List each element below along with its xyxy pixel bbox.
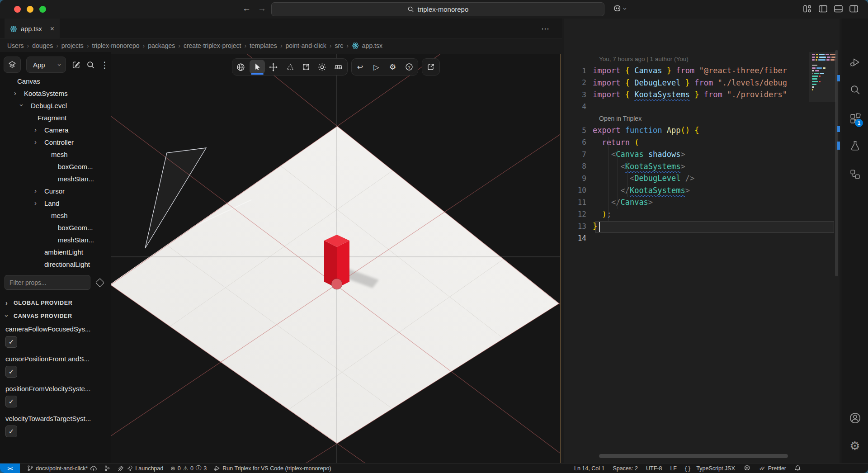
git-branch-item[interactable]: docs/point-and-click* [27, 464, 97, 473]
code-line-13[interactable]: 13} [564, 220, 809, 232]
code-line-9[interactable]: 9 <DebugLevel /> [564, 172, 809, 184]
toggle-secondary-sidebar-icon[interactable] [849, 5, 858, 13]
minimize-window-button[interactable] [27, 6, 33, 13]
launchpad-item[interactable]: Launchpad [118, 464, 163, 473]
prop-checkbox[interactable]: ✓ [5, 336, 17, 348]
breadcrumb-item[interactable]: triplex-monorepo [92, 42, 140, 49]
tree-item-directionallight[interactable]: directionalLight [0, 258, 111, 270]
translate-handle[interactable] [331, 279, 342, 289]
chevron-down-icon[interactable]: › [18, 104, 26, 106]
search-view-button[interactable] [841, 79, 868, 100]
chevron-right-icon[interactable]: › [14, 89, 16, 97]
tree-item-cursor[interactable]: ›Cursor [0, 185, 111, 197]
component-select[interactable]: App › [26, 57, 66, 73]
line-col-indicator[interactable]: Ln 14, Col 1 [574, 464, 604, 473]
breadcrumb-item[interactable]: Users [7, 42, 24, 49]
history-forward-button[interactable]: → [258, 4, 266, 14]
tree-item-meshstan[interactable]: meshStan... [0, 173, 111, 185]
editor-scrollbar[interactable] [835, 50, 838, 276]
chevron-right-icon[interactable]: › [34, 126, 37, 133]
scene-more-actions-icon[interactable]: ⋮ [100, 60, 109, 70]
help-button[interactable]: ? [401, 60, 417, 74]
formatter-status[interactable]: ✓✓Prettier [759, 464, 786, 473]
code-line-7[interactable]: 7 <Canvas shadows> [564, 148, 809, 161]
search-scene-icon[interactable] [86, 61, 95, 69]
filter-props-input[interactable] [5, 275, 90, 290]
breadcrumb-item[interactable]: projects [61, 42, 84, 49]
open-external-button[interactable] [423, 60, 439, 74]
code-line-12[interactable]: 12 ); [564, 208, 809, 221]
run-task-item[interactable]: Run Triplex for VS Code (triplex-monorep… [214, 464, 331, 473]
chevron-right-icon[interactable]: › [34, 138, 37, 146]
selected-object-red-box[interactable] [324, 235, 349, 289]
codelens-open-in-triplex[interactable]: Open in Triplex [564, 113, 809, 124]
remote-indicator[interactable]: >< [0, 464, 20, 473]
tree-item-kootasystems[interactable]: ›KootaSystems [0, 87, 111, 99]
run-and-debug-button[interactable] [841, 52, 868, 73]
code-line-2[interactable]: 2import { DebugLevel } from "./levels/de… [564, 77, 809, 89]
tree-item-ambientlight[interactable]: ambientLight [0, 246, 111, 258]
translate-tool-button[interactable] [266, 60, 281, 74]
git-graph-item[interactable] [104, 464, 110, 473]
tab-app-tsx-triplex[interactable]: app.tsx × [5, 19, 60, 39]
prop-checkbox[interactable]: ✓ [5, 426, 17, 437]
tree-item-fragment[interactable]: Fragment [0, 112, 111, 124]
customize-layout-icon[interactable] [803, 5, 812, 13]
encoding-indicator[interactable]: UTF-8 [646, 464, 662, 473]
edit-component-icon[interactable] [71, 60, 81, 70]
tree-item-debuglevel[interactable]: ›DebugLevel [0, 99, 111, 112]
toggle-panel-icon[interactable] [834, 5, 843, 13]
breadcrumb-item[interactable]: packages [148, 42, 175, 49]
code-line-8[interactable]: 8 <KootaSystems> [564, 161, 809, 173]
transform-tool-button[interactable] [298, 60, 314, 74]
indentation-indicator[interactable]: Spaces: 2 [613, 464, 638, 473]
close-window-button[interactable] [14, 6, 21, 13]
breadcrumb-item[interactable]: src [335, 42, 343, 49]
code-area[interactable]: You, 7 hours ago | 1 author (You)1import… [564, 53, 809, 451]
section-header-global-provider[interactable]: ›GLOBAL PROVIDER [0, 296, 111, 309]
code-line-1[interactable]: 1import { Canvas } from "@react-three/fi… [564, 65, 809, 77]
eol-indicator[interactable]: LF [670, 464, 677, 473]
breadcrumb-item[interactable]: douges [32, 42, 53, 49]
3d-viewport[interactable]: ↩ ▷ ⚙ ? [111, 54, 561, 464]
minimap[interactable] [809, 52, 836, 107]
copilot-status[interactable] [743, 464, 751, 473]
chevron-right-icon[interactable]: › [34, 187, 37, 194]
horizontal-scrollbar[interactable] [599, 454, 788, 458]
section-header-canvas-provider[interactable]: ›CANVAS PROVIDER [0, 309, 111, 322]
tree-item-controller[interactable]: ›Controller [0, 136, 111, 148]
remote-explorer-button[interactable] [841, 163, 868, 184]
undo-button[interactable]: ↩ [353, 60, 368, 74]
tree-item-mesh[interactable]: mesh [0, 209, 111, 222]
language-indicator[interactable]: { } TypeScript JSX [685, 464, 735, 473]
code-line-3[interactable]: 3import { KootaSystems } from "./provide… [564, 89, 809, 101]
zoom-window-button[interactable] [39, 6, 46, 13]
tree-item-land[interactable]: ›Land [0, 197, 111, 209]
scene-layers-button[interactable] [4, 57, 21, 73]
tree-item-meshstan[interactable]: meshStan... [0, 234, 111, 246]
world-space-button[interactable] [233, 60, 249, 74]
provider-config-icon[interactable] [95, 278, 104, 287]
scene-canvas[interactable] [111, 54, 561, 464]
notifications-bell[interactable] [794, 464, 801, 473]
scale-tool-button[interactable] [282, 60, 297, 74]
tree-item-camera[interactable]: ›Camera [0, 124, 111, 136]
prop-checkbox[interactable]: ✓ [5, 396, 17, 407]
breadcrumb-item[interactable]: point-and-click [286, 42, 326, 49]
breadcrumb-item[interactable]: app.tsx [362, 42, 382, 49]
toggle-primary-sidebar-icon[interactable] [819, 5, 827, 13]
tree-item-boxgeom[interactable]: boxGeom... [0, 222, 111, 234]
code-line-11[interactable]: 11 </Canvas> [564, 196, 809, 208]
testing-view-button[interactable] [841, 135, 868, 156]
extensions-view-button[interactable]: 1 [841, 108, 868, 129]
code-line-10[interactable]: 10 </KootaSystems> [564, 184, 809, 197]
code-line-14[interactable]: 14 [564, 232, 809, 245]
code-line-5[interactable]: 5export function App() { [564, 124, 809, 137]
settings-button[interactable]: ⚙ [841, 435, 868, 456]
camera-view-button[interactable] [331, 60, 346, 74]
code-line-4[interactable]: 4 [564, 101, 809, 113]
select-tool-button[interactable] [250, 60, 265, 74]
tree-item-boxgeom[interactable]: boxGeom... [0, 161, 111, 173]
lighting-toggle-button[interactable] [315, 60, 330, 74]
prop-checkbox[interactable]: ✓ [5, 366, 17, 378]
